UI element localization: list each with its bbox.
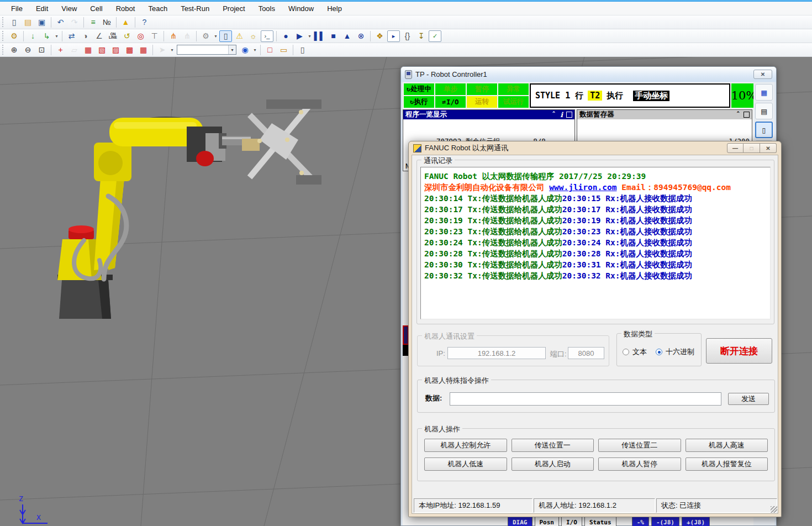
menu-item-help[interactable]: Help <box>320 3 349 14</box>
axes-xyz-icon[interactable]: ∠ <box>93 30 106 42</box>
tp-fkey-j8[interactable]: -(J8) <box>651 516 679 526</box>
radio-hex[interactable] <box>656 349 662 355</box>
new-file-icon[interactable]: ▯ <box>8 17 20 28</box>
menu-item-tools[interactable]: Tools <box>252 3 282 14</box>
robot-op-button-7[interactable]: 机器人暂停 <box>598 457 681 471</box>
robot-swap-icon[interactable]: ⇄ <box>65 30 78 42</box>
help-icon[interactable]: ? <box>138 17 151 28</box>
menu-item-window[interactable]: Window <box>282 3 320 14</box>
view-select-combobox[interactable]: ▾ <box>177 45 236 55</box>
tp-fkey-diag[interactable]: DIAG <box>508 516 532 526</box>
pause-icon[interactable]: ▌▌ <box>313 30 326 42</box>
menu-item-cell[interactable]: Cell <box>83 3 109 14</box>
tp-close-button[interactable]: ✕ <box>753 70 772 79</box>
robot-op-button-2[interactable]: 传送位置一 <box>512 439 594 452</box>
target-icon[interactable]: ◎ <box>134 30 147 42</box>
chevron-down-icon[interactable]: ▾ <box>169 44 175 56</box>
open-folder-icon[interactable]: ▤ <box>22 17 34 28</box>
comm-log[interactable]: FANUC Robot 以太网数据传输程序 2017/7/25 20:29:39… <box>420 167 771 319</box>
floor-plane-icon[interactable]: ▱ <box>68 44 81 56</box>
ip-input[interactable] <box>447 347 546 359</box>
pixel-grid-icon[interactable]: ▦ <box>755 84 773 101</box>
company-website-link[interactable]: www.jliron.com <box>549 183 616 192</box>
menu-item-project[interactable]: Project <box>216 3 251 14</box>
alarm-save-icon[interactable]: ▲ <box>119 17 132 28</box>
zoom-in-icon[interactable]: ⊕ <box>8 44 20 56</box>
robot-op-button-1[interactable]: 机器人控制允许 <box>424 439 507 452</box>
io-connect-icon[interactable]: {} <box>401 30 414 42</box>
menu-item-robot[interactable]: Robot <box>109 3 142 14</box>
collapse-icon[interactable]: ˆ <box>736 111 740 119</box>
robot-jog-icon[interactable]: ❖ <box>373 30 386 42</box>
robot-op-button-3[interactable]: 传送位置二 <box>598 439 681 452</box>
run-panel-icon[interactable]: ▸ <box>387 30 400 42</box>
info-icon[interactable]: i <box>560 111 563 119</box>
save-icon[interactable]: ▣ <box>35 17 48 28</box>
send-button[interactable]: 发送 <box>728 393 769 405</box>
minimize-button[interactable]: — <box>727 143 744 153</box>
collapse-icon[interactable]: ˆ <box>552 111 556 119</box>
disconnect-button[interactable]: 断开连接 <box>706 338 772 364</box>
camera-fly-icon[interactable]: ➤ <box>156 44 168 56</box>
keyboard-icon[interactable]: ▤ <box>755 103 773 119</box>
gripper-icon[interactable]: ⋔ <box>167 30 180 42</box>
pendant-screen-icon[interactable]: ▯ <box>755 122 773 138</box>
mouse-settings-icon[interactable]: ▯ <box>296 44 309 56</box>
tp-fkey-status[interactable]: Status <box>584 516 616 526</box>
signpost-icon[interactable]: ⊤ <box>148 30 161 42</box>
gauge-icon[interactable]: ◑ <box>79 30 92 42</box>
zoom-out-icon[interactable]: ⊖ <box>22 44 34 56</box>
tp-titlebar[interactable]: TP - Robot Controller1 ✕ <box>401 67 776 82</box>
port-input[interactable] <box>568 347 604 359</box>
chevron-down-icon[interactable]: ▾ <box>252 44 258 56</box>
chevron-down-icon[interactable]: ▾ <box>228 45 236 54</box>
chevron-down-icon[interactable]: ▾ <box>54 30 60 42</box>
menu-item-testrun[interactable]: Test-Run <box>174 3 216 14</box>
resize-grip[interactable] <box>771 506 777 513</box>
record-icon[interactable]: ● <box>280 30 292 42</box>
close-button[interactable]: ✕ <box>760 143 777 153</box>
play-icon[interactable]: ▶ <box>293 30 306 42</box>
menu-item-view[interactable]: View <box>55 3 83 14</box>
teach-pendant-icon[interactable]: ▯ <box>219 30 232 42</box>
cube-enter-icon[interactable]: ▨ <box>109 44 122 56</box>
gripper-off-icon[interactable]: ⋔ <box>181 30 193 42</box>
undo-icon[interactable]: ↶ <box>54 17 67 28</box>
center-view-icon[interactable]: + <box>54 44 67 56</box>
cell-tree-icon[interactable]: ≡ <box>87 17 99 28</box>
stop-icon[interactable]: ■ <box>327 30 340 42</box>
cell-properties-icon[interactable]: ⚙ <box>8 30 20 42</box>
online-icon[interactable]: ONLINE <box>107 30 119 42</box>
robot-op-button-5[interactable]: 机器人低速 <box>424 457 507 471</box>
zoom-window-icon[interactable]: ⊡ <box>35 44 48 56</box>
robot-rotate-icon[interactable]: ↺ <box>120 30 133 42</box>
tp-fkey-io[interactable]: I/O <box>561 516 582 526</box>
menu-item-teach[interactable]: Teach <box>141 3 174 14</box>
tp-fkey-posn[interactable]: Posn <box>535 516 560 526</box>
robot-view-icon[interactable]: ⚙ <box>199 30 212 42</box>
tp-fkey-[interactable]: -% <box>632 516 649 526</box>
redo-icon[interactable]: ↷ <box>68 17 81 28</box>
panel-maximize-button[interactable] <box>566 112 572 118</box>
menu-item-edit[interactable]: Edit <box>29 3 55 14</box>
profiler-icon[interactable]: ↧ <box>415 30 428 42</box>
robot-op-button-8[interactable]: 机器人报警复位 <box>686 457 768 471</box>
panel-maximize-button[interactable] <box>744 112 750 118</box>
robot-search-icon[interactable]: ☼ <box>247 30 260 42</box>
command-data-input[interactable] <box>450 392 721 406</box>
alarm-icon[interactable]: ⚠ <box>233 30 246 42</box>
tp-fkey-j8[interactable]: +(J8) <box>682 516 710 526</box>
cube-pull-icon[interactable]: ▦ <box>137 44 150 56</box>
cube-insert-icon[interactable]: ▧ <box>96 44 108 56</box>
sort-order-icon[interactable]: № <box>101 17 113 28</box>
abort-icon[interactable]: ⊗ <box>355 30 367 42</box>
terminal-icon[interactable]: ›_ <box>261 30 273 42</box>
camera-view-icon[interactable]: ◉ <box>239 44 251 56</box>
radio-text[interactable] <box>623 349 629 355</box>
chevron-down-icon[interactable]: ▾ <box>213 30 219 42</box>
dialog-titlebar[interactable]: FANUC Robot 以太网通讯 — □ ✕ <box>409 141 781 155</box>
maximize-button[interactable]: □ <box>744 143 760 153</box>
check-panel-icon[interactable]: ✓ <box>429 30 441 42</box>
measure-ruler-icon[interactable]: ▭ <box>277 44 290 56</box>
jog-tool-icon[interactable]: ↳ <box>40 30 53 42</box>
